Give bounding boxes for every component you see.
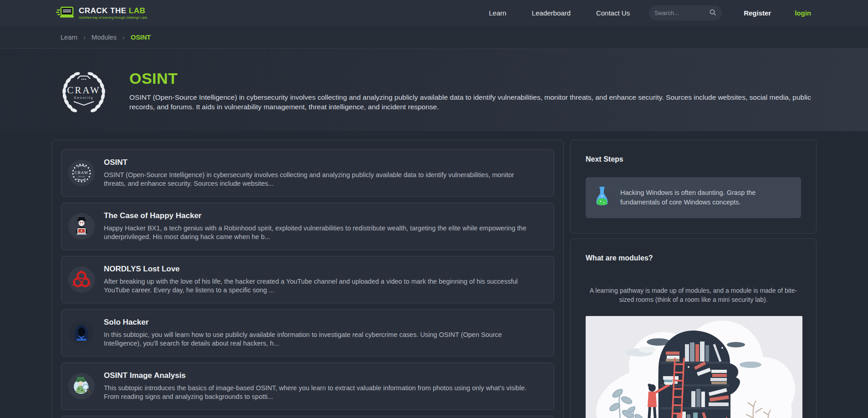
room-title: NORDLYS Lost Love — [104, 265, 541, 274]
room-description: In this subtopic, you will learn how to … — [104, 331, 541, 348]
svg-text:Security: Security — [74, 96, 93, 100]
chevron-right-icon: › — [123, 33, 125, 41]
biohazard-icon — [68, 266, 95, 293]
breadcrumb-bar: Learn › Modules › OSINT — [0, 26, 868, 48]
breadcrumb-current: OSINT — [131, 34, 151, 41]
svg-text:CRAW: CRAW — [67, 85, 100, 96]
main-nav: Learn Leaderboard Contact Us — [489, 9, 630, 17]
nav-item-leaderboard[interactable]: Leaderboard — [532, 9, 571, 17]
search-icon[interactable] — [709, 9, 716, 18]
craw-security-logo: CRAW Security — [58, 65, 109, 116]
room-card[interactable]: NORDLYS Lost Love After breaking up with… — [61, 256, 554, 303]
room-description: OSINT (Open-Source Intelligence) in cybe… — [104, 171, 541, 189]
happy-hacker-icon — [68, 213, 95, 240]
brand-name-accent: LAB — [129, 6, 145, 15]
next-steps-heading: Next Steps — [586, 155, 801, 163]
module-header: CRAW Security OSINT OSINT (Open-Source I… — [0, 48, 868, 131]
navbar: CRACK THE LAB Gamified way of learning t… — [0, 0, 868, 26]
svg-text:CRAW: CRAW — [75, 170, 88, 175]
brand-name-primary: CRACK THE — [79, 6, 127, 15]
brand-logo[interactable]: CRACK THE LAB Gamified way of learning t… — [51, 6, 147, 20]
sidebar: Next Steps Hacking Windows is often daun… — [570, 140, 817, 418]
module-title: OSINT — [129, 70, 812, 87]
login-link[interactable]: login — [795, 9, 811, 17]
main-content: CRAWSecurity OSINT OSINT (Open-Source In… — [51, 140, 817, 418]
breadcrumb: Learn › Modules › OSINT — [51, 33, 817, 41]
modules-info-panel: What are modules? A learning pathway is … — [570, 239, 817, 418]
room-description: This subtopic introduces the basics of i… — [104, 384, 541, 402]
svg-text:Security: Security — [78, 175, 85, 178]
nav-item-contact-us[interactable]: Contact Us — [596, 9, 630, 17]
modules-info-heading: What are modules? — [586, 254, 801, 262]
next-steps-panel: Next Steps Hacking Windows is often daun… — [570, 140, 817, 234]
room-card[interactable]: Solo Hacker In this subtopic, you will l… — [61, 309, 554, 357]
breadcrumb-learn[interactable]: Learn — [61, 34, 77, 41]
flask-icon — [594, 186, 610, 209]
room-card[interactable]: The Case of Happy Hacker Happy Hacker BX… — [61, 203, 554, 250]
next-step-text: Hacking Windows is often daunting. Grasp… — [620, 188, 793, 207]
detective-icon — [68, 373, 95, 399]
search-box[interactable] — [649, 5, 722, 20]
rooms-panel: CRAWSecurity OSINT OSINT (Open-Source In… — [51, 140, 564, 418]
page: CRACK THE LAB Gamified way of learning t… — [0, 0, 868, 418]
craw-logo-icon: CRAWSecurity — [68, 160, 95, 186]
room-description: Happy Hacker BX1, a tech genius with a R… — [104, 224, 541, 242]
breadcrumb-modules[interactable]: Modules — [92, 34, 117, 41]
room-card[interactable]: OSINT Image Analysis This subtopic intro… — [61, 362, 554, 410]
partial-room-card[interactable] — [61, 416, 554, 418]
head-bookshelf-illustration — [586, 316, 802, 418]
room-description: After breaking up with the love of his l… — [104, 277, 541, 295]
room-title: OSINT — [104, 158, 541, 167]
room-card[interactable]: CRAWSecurity OSINT OSINT (Open-Source In… — [61, 149, 554, 197]
module-description: OSINT (Open-Source Intelligence) in cybe… — [129, 92, 812, 112]
crack-the-lab-logo-icon — [56, 6, 75, 20]
register-link[interactable]: Register — [744, 9, 771, 17]
brand-tagline: Gamified way of learning through challen… — [79, 16, 147, 19]
room-title: The Case of Happy Hacker — [104, 211, 541, 220]
next-step-item[interactable]: Hacking Windows is often daunting. Grasp… — [586, 177, 801, 218]
nav-item-learn[interactable]: Learn — [489, 9, 506, 17]
chevron-right-icon: › — [83, 33, 86, 41]
room-title: Solo Hacker — [104, 318, 541, 327]
search-input[interactable] — [654, 10, 709, 16]
solo-hacker-icon — [68, 320, 95, 346]
room-title: OSINT Image Analysis — [104, 371, 541, 380]
modules-info-text: A learning pathway is made up of modules… — [587, 286, 801, 304]
